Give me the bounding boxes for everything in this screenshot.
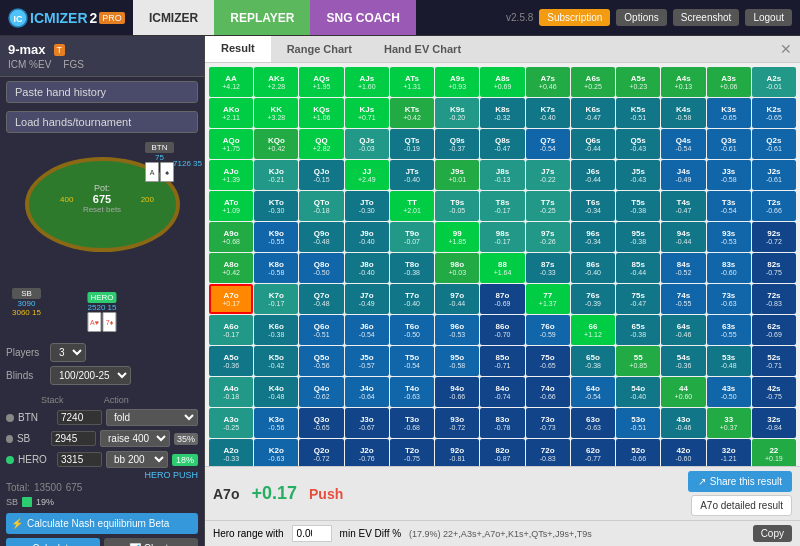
hand-cell-qjs[interactable]: QJs-0.03 [345,129,389,159]
hand-cell-73o[interactable]: 73o-0.73 [526,408,570,438]
hand-cell-qts[interactable]: QTs-0.19 [390,129,434,159]
hand-cell-j5o[interactable]: J5o-0.57 [345,346,389,376]
hand-cell-q3s[interactable]: Q3s-0.61 [707,129,751,159]
hand-cell-43s[interactable]: 43s-0.50 [707,377,751,407]
hand-cell-95s[interactable]: 95s-0.38 [616,222,660,252]
hand-cell-j5s[interactable]: J5s-0.43 [616,160,660,190]
hand-cell-75s[interactable]: 75s-0.47 [616,284,660,314]
hand-cell-53s[interactable]: 53s-0.48 [707,346,751,376]
hand-cell-t9o[interactable]: T9o-0.07 [390,222,434,252]
hand-cell-k4o[interactable]: K4o-0.48 [254,377,298,407]
hand-cell-j4s[interactable]: J4s-0.49 [661,160,705,190]
share-button[interactable]: ↗ Share this result [688,471,792,492]
players-select[interactable]: 3469 [50,343,86,362]
hand-cell-98s[interactable]: 98s-0.17 [480,222,524,252]
hand-cell-a9o[interactable]: A9o+0.68 [209,222,253,252]
hand-cell-t7o[interactable]: T7o-0.40 [390,284,434,314]
hand-cell-a7o[interactable]: A7o+0.17 [209,284,253,314]
hand-cell-54o[interactable]: 54o-0.40 [616,377,660,407]
hand-cell-kjo[interactable]: KJo-0.21 [254,160,298,190]
hand-cell-72o[interactable]: 72o-0.83 [526,439,570,466]
hand-cell-j2s[interactable]: J2s-0.61 [752,160,796,190]
hand-cell-73s[interactable]: 73s-0.63 [707,284,751,314]
tab-icmizer[interactable]: ICMIZER [133,0,214,35]
min-ev-input[interactable] [292,525,332,542]
hand-cell-72s[interactable]: 72s-0.83 [752,284,796,314]
hand-cell-q6s[interactable]: Q6s-0.44 [571,129,615,159]
load-hands-button[interactable]: Load hands/tournament [6,111,198,133]
hand-cell-a3s[interactable]: A3s+0.06 [707,67,751,97]
hand-cell-k2s[interactable]: K2s-0.65 [752,98,796,128]
hand-cell-kts[interactable]: KTs+0.42 [390,98,434,128]
hand-cell-a6s[interactable]: A6s+0.25 [571,67,615,97]
hand-cell-a5o[interactable]: A5o-0.36 [209,346,253,376]
hand-cell-qto[interactable]: QTo-0.18 [299,191,343,221]
hand-cell-84s[interactable]: 84s-0.52 [661,253,705,283]
hand-cell-q7o[interactable]: Q7o-0.48 [299,284,343,314]
hand-cell-a7s[interactable]: A7s+0.46 [526,67,570,97]
hand-cell-76o[interactable]: 76o-0.59 [526,315,570,345]
hand-cell-t2o[interactable]: T2o-0.75 [390,439,434,466]
hand-cell-j7s[interactable]: J7s-0.22 [526,160,570,190]
hand-cell-k5o[interactable]: K5o-0.42 [254,346,298,376]
hand-cell-q5o[interactable]: Q5o-0.56 [299,346,343,376]
hand-cell-ajs[interactable]: AJs+1.60 [345,67,389,97]
hand-cell-j3s[interactable]: J3s-0.58 [707,160,751,190]
hand-cell-t6o[interactable]: T6o-0.50 [390,315,434,345]
hand-cell-j9o[interactable]: J9o-0.40 [345,222,389,252]
hand-cell-k6s[interactable]: K6s-0.47 [571,98,615,128]
hand-cell-84o[interactable]: 84o-0.74 [480,377,524,407]
tab-ev-chart[interactable]: Hand EV Chart [368,36,477,62]
hand-cell-q8s[interactable]: Q8s-0.47 [480,129,524,159]
hand-cell-aqo[interactable]: AQo+1.75 [209,129,253,159]
hand-cell-96s[interactable]: 96s-0.34 [571,222,615,252]
hand-cell-93s[interactable]: 93s-0.53 [707,222,751,252]
hand-cell-q2s[interactable]: Q2s-0.61 [752,129,796,159]
hand-cell-a2o[interactable]: A2o-0.33 [209,439,253,466]
hand-cell-q8o[interactable]: Q8o-0.50 [299,253,343,283]
hand-cell-k3s[interactable]: K3s-0.65 [707,98,751,128]
hand-cell-j6o[interactable]: J6o-0.54 [345,315,389,345]
hand-cell-q5s[interactable]: Q5s-0.43 [616,129,660,159]
tab-replayer[interactable]: REPLAYER [214,0,310,35]
hand-cell-82s[interactable]: 82s-0.75 [752,253,796,283]
hand-cell-a3o[interactable]: A3o-0.25 [209,408,253,438]
hand-cell-86o[interactable]: 86o-0.70 [480,315,524,345]
hand-cell-97o[interactable]: 97o-0.44 [435,284,479,314]
hand-cell-k5s[interactable]: K5s-0.51 [616,98,660,128]
hand-cell-a2s[interactable]: A2s-0.01 [752,67,796,97]
hand-cell-ajo[interactable]: AJo+1.39 [209,160,253,190]
hand-cell-t3o[interactable]: T3o-0.68 [390,408,434,438]
hand-cell-kqs[interactable]: KQs+1.06 [299,98,343,128]
hero-stack-input[interactable] [57,452,102,467]
hand-cell-kjs[interactable]: KJs+0.71 [345,98,389,128]
paste-hand-button[interactable]: Paste hand history [6,81,198,103]
hand-cell-a8o[interactable]: A8o+0.42 [209,253,253,283]
hero-action-select[interactable]: bb 200foldcall [106,451,168,468]
hand-cell-q4o[interactable]: Q4o-0.62 [299,377,343,407]
reset-bets-button[interactable]: Reset bets [83,205,121,214]
calculate-button[interactable]: Calculate [6,538,100,546]
hand-cell-a6o[interactable]: A6o-0.17 [209,315,253,345]
tab-range-chart[interactable]: Range Chart [271,36,368,62]
hand-cell-tt[interactable]: TT+2.01 [390,191,434,221]
hand-cell-52o[interactable]: 52o-0.66 [616,439,660,466]
hand-cell-83o[interactable]: 83o-0.78 [480,408,524,438]
hand-cell-j8s[interactable]: J8s-0.13 [480,160,524,190]
hand-cell-k7o[interactable]: K7o-0.17 [254,284,298,314]
blinds-select[interactable]: 100/200-25 [50,366,131,385]
tab-result[interactable]: Result [205,36,271,62]
hand-cell-32s[interactable]: 32s-0.84 [752,408,796,438]
hand-cell-a9s[interactable]: A9s+0.93 [435,67,479,97]
hand-cell-j7o[interactable]: J7o-0.49 [345,284,389,314]
detail-button[interactable]: A7o detailed result [691,495,792,516]
hand-cell-64o[interactable]: 64o-0.54 [571,377,615,407]
hand-cell-96o[interactable]: 96o-0.53 [435,315,479,345]
copy-button[interactable]: Copy [753,525,792,542]
hand-cell-85o[interactable]: 85o-0.71 [480,346,524,376]
hand-cell-a8s[interactable]: A8s+0.69 [480,67,524,97]
tab-sng-coach[interactable]: SNG COACH [310,0,415,35]
hand-cell-83s[interactable]: 83s-0.60 [707,253,751,283]
hand-cell-93o[interactable]: 93o-0.72 [435,408,479,438]
hand-cell-kk[interactable]: KK+3.28 [254,98,298,128]
